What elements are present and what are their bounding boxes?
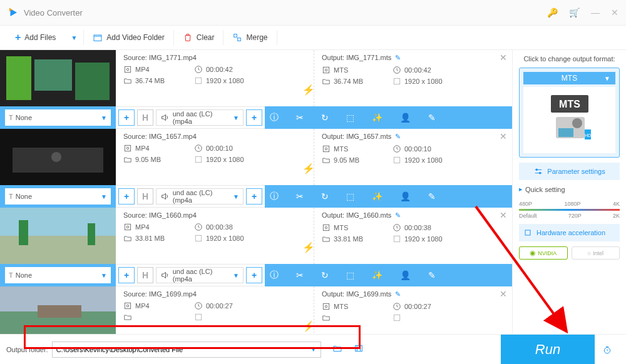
source-format: MP4	[123, 223, 183, 231]
chip-icon	[523, 228, 533, 238]
edit-tool-1[interactable]: ✂	[296, 113, 304, 123]
source-format: MP4	[123, 301, 183, 310]
edit-icon[interactable]: ✎	[395, 133, 401, 140]
h-button[interactable]: H	[137, 109, 153, 126]
source-duration: 00:00:38	[194, 223, 254, 231]
svg-rect-40	[38, 305, 81, 318]
quality-slider[interactable]: 480P1080P4K Default720P2K	[519, 201, 620, 219]
open-folder-icon[interactable]	[332, 343, 342, 356]
output-format: MTS	[322, 144, 381, 153]
output-folder-input[interactable]: C:\Users\Kevincy\Desktop\Converted File▼	[52, 341, 321, 358]
edit-icon[interactable]: ✎	[395, 290, 401, 298]
edit-tool-2[interactable]: ↻	[321, 191, 329, 201]
audio-select[interactable]: und aac (LC) (mp4a▼	[156, 188, 244, 205]
edit-tool-0[interactable]: ⓘ	[270, 270, 279, 281]
remove-icon[interactable]: ✕	[500, 210, 507, 220]
svg-rect-18	[125, 145, 130, 151]
svg-point-56	[536, 169, 538, 171]
edit-tool-4[interactable]: ✨	[372, 270, 382, 280]
output-filename: Output: IMG_1657.mts✎	[322, 133, 505, 141]
add-subtitle-button[interactable]: +	[118, 109, 135, 126]
video-thumbnail[interactable]	[0, 208, 116, 264]
svg-text:MTS: MTS	[559, 99, 580, 109]
edit-tool-0[interactable]: ⓘ	[270, 112, 279, 123]
close-icon[interactable]: ✕	[611, 8, 618, 18]
cart-icon[interactable]: 🛒	[569, 8, 580, 18]
add-audio-button[interactable]: +	[246, 188, 262, 205]
film-icon[interactable]	[354, 343, 364, 356]
svg-rect-27	[0, 236, 116, 264]
edit-tool-6[interactable]: ✎	[428, 191, 436, 201]
svg-point-52	[572, 118, 582, 128]
add-subtitle-button[interactable]: +	[118, 188, 135, 205]
add-files-dropdown[interactable]: ▼	[71, 34, 77, 41]
h-button[interactable]: H	[137, 188, 153, 205]
edit-tool-1[interactable]: ✂	[296, 270, 304, 280]
clear-button[interactable]: Clear	[174, 25, 223, 50]
svg-text:HD: HD	[584, 133, 590, 138]
remove-icon[interactable]: ✕	[500, 53, 507, 63]
svg-rect-2	[238, 38, 241, 41]
edit-tool-5[interactable]: 👤	[400, 191, 411, 201]
add-audio-button[interactable]: +	[246, 109, 262, 126]
add-files-button[interactable]: +Add Files	[6, 25, 64, 50]
video-thumbnail[interactable]	[0, 129, 116, 185]
edit-tool-6[interactable]: ✎	[428, 113, 436, 123]
edit-tool-6[interactable]: ✎	[428, 270, 436, 280]
edit-tool-2[interactable]: ↻	[321, 113, 329, 123]
minimize-icon[interactable]: —	[591, 8, 600, 18]
schedule-icon[interactable]	[595, 345, 620, 355]
parameter-settings-button[interactable]: Parameter settings	[519, 163, 620, 180]
edit-tool-5[interactable]: 👤	[400, 270, 411, 280]
merge-button[interactable]: Merge	[223, 25, 276, 50]
source-resolution: 1920 x 1080	[194, 155, 254, 164]
output-duration: 00:00:10	[393, 144, 452, 153]
run-button[interactable]: Run	[501, 335, 595, 365]
edit-tool-0[interactable]: ⓘ	[270, 191, 279, 202]
hardware-accel-button[interactable]: Hardware acceleration	[519, 224, 620, 241]
edit-tool-3[interactable]: ⬚	[346, 191, 354, 201]
svg-rect-58	[525, 230, 530, 235]
output-format: MTS	[322, 223, 381, 232]
h-button[interactable]: H	[137, 267, 153, 283]
add-audio-button[interactable]: +	[246, 267, 262, 283]
subtitle-select[interactable]: TNone▼	[5, 109, 111, 126]
svg-rect-30	[125, 224, 130, 230]
audio-select[interactable]: und aac (LC) (mp4a▼	[156, 109, 244, 126]
svg-point-8	[126, 68, 129, 71]
add-folder-button[interactable]: Add Video Folder	[84, 25, 173, 50]
edit-tool-1[interactable]: ✂	[296, 191, 304, 201]
edit-tool-3[interactable]: ⬚	[346, 270, 354, 280]
nvidia-badge: ◉NVIDIA	[519, 246, 568, 260]
edit-tool-5[interactable]: 👤	[400, 113, 411, 123]
edit-tool-4[interactable]: ✨	[372, 113, 382, 123]
key-icon[interactable]: 🔑	[547, 8, 558, 18]
edit-icon[interactable]: ✎	[395, 54, 401, 61]
audio-select[interactable]: und aac (LC) (mp4a▼	[156, 267, 244, 283]
svg-point-12	[325, 69, 327, 71]
svg-rect-1	[234, 34, 237, 38]
edit-tool-2[interactable]: ↻	[321, 270, 329, 280]
video-thumbnail[interactable]	[0, 50, 116, 106]
source-format: MP4	[123, 65, 183, 74]
remove-icon[interactable]: ✕	[500, 289, 507, 299]
svg-rect-11	[323, 67, 329, 73]
subtitle-select[interactable]: TNone▼	[5, 188, 111, 205]
edit-tool-4[interactable]: ✨	[372, 191, 382, 201]
subtitle-select[interactable]: TNone▼	[5, 267, 111, 283]
output-format-selector[interactable]: MTS▼ MTS HD	[519, 68, 620, 158]
add-subtitle-button[interactable]: +	[118, 267, 135, 283]
edit-tool-3[interactable]: ⬚	[346, 113, 354, 123]
svg-rect-41	[125, 303, 130, 308]
bolt-icon: ⚡	[302, 241, 315, 253]
edit-icon[interactable]: ✎	[395, 211, 401, 219]
svg-rect-26	[0, 208, 116, 236]
svg-rect-53	[558, 128, 573, 137]
remove-icon[interactable]: ✕	[500, 131, 507, 141]
output-duration: 00:00:42	[393, 66, 452, 74]
svg-point-46	[325, 305, 327, 308]
svg-point-57	[540, 172, 541, 174]
video-thumbnail[interactable]	[0, 286, 116, 334]
app-title: Video Converter	[24, 8, 547, 18]
svg-point-19	[126, 147, 129, 149]
